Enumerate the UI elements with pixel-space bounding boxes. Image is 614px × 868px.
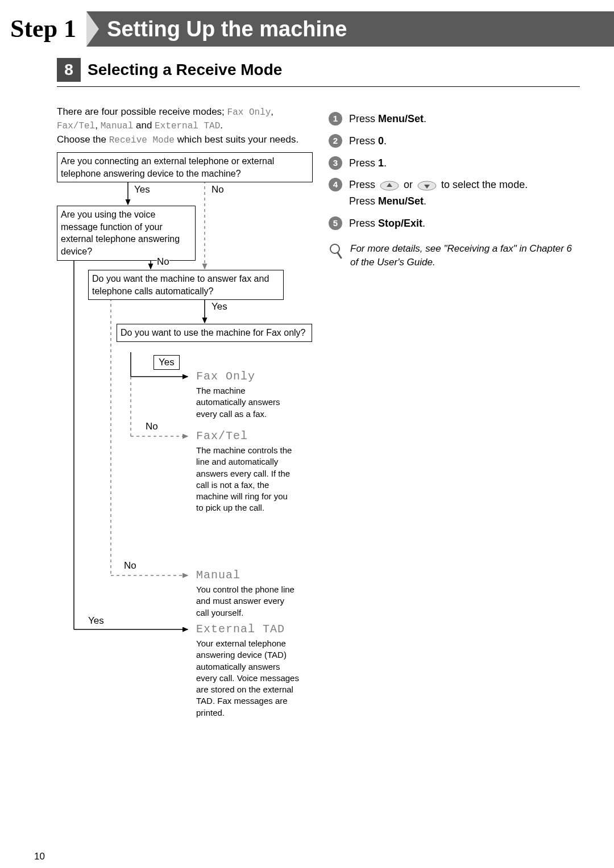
flow-q1: Are you connecting an external telephone… — [57, 152, 313, 182]
step-bullet-3: 3 — [329, 156, 342, 170]
svg-point-14 — [330, 244, 339, 253]
page-title: Setting Up the machine — [86, 11, 614, 47]
flow-q2: Are you using the voice message function… — [57, 206, 196, 260]
steps-column: 1 Press Menu/Set. 2 Press 0. 3 Press 1. — [329, 105, 580, 720]
intro-text: There are four possible receive modes; F… — [57, 105, 313, 147]
mode-title-manual: Manual — [196, 569, 240, 582]
flowchart-column: There are four possible receive modes; F… — [57, 105, 313, 720]
step-5: 5 Press Stop/Exit. — [329, 215, 580, 232]
note-text: For more details, see "Receiving a fax" … — [350, 242, 580, 270]
step-bullet-5: 5 — [329, 216, 342, 230]
mode-title-fax-tel: Fax/Tel — [196, 429, 248, 443]
mode-title-external-tad: External TAD — [196, 623, 285, 636]
section-rule — [57, 86, 580, 87]
key-1: 1 — [378, 157, 384, 169]
key-menu-set: Menu/Set — [378, 113, 424, 124]
step-2: 2 Press 0. — [329, 133, 580, 149]
mode-fax-only: Fax Only — [227, 107, 271, 118]
key-stop-exit: Stop/Exit — [378, 218, 422, 229]
receive-mode-text: Receive Mode — [109, 135, 175, 145]
flow-q1-yes: Yes — [134, 184, 150, 195]
section-title: Selecting a Receive Mode — [88, 61, 282, 79]
key-menu-set-2: Menu/Set — [378, 195, 424, 207]
flow-q3-no: No — [124, 560, 136, 571]
mode-external-tad: External TAD — [155, 121, 220, 131]
note: For more details, see "Receiving a fax" … — [329, 242, 580, 270]
mode-desc-manual: You control the phone line and must answ… — [196, 584, 296, 619]
flow-q4-no: No — [146, 421, 158, 432]
mode-title-fax-only: Fax Only — [196, 370, 255, 383]
flow-q2-no: No — [157, 256, 169, 268]
section-number: 8 — [57, 58, 81, 82]
flowchart: Are you connecting an external telephone… — [57, 152, 313, 720]
arrow-up-icon — [380, 181, 399, 191]
mode-manual: Manual — [101, 121, 134, 131]
flow-q1-no: No — [211, 184, 224, 195]
chevron-icon — [86, 11, 99, 47]
page: Step 1 Setting Up the machine 8 Selectin… — [0, 11, 614, 868]
page-header: Step 1 Setting Up the machine — [0, 11, 614, 47]
content: There are four possible receive modes; F… — [0, 94, 614, 720]
flow-q4-yes: Yes — [154, 355, 180, 370]
key-0: 0 — [378, 135, 384, 147]
step-3: 3 Press 1. — [329, 155, 580, 172]
page-number: 10 — [34, 851, 45, 862]
step-label: Step 1 — [0, 11, 86, 47]
step-bullet-1: 1 — [329, 112, 342, 126]
mode-desc-fax-tel: The machine controls the line and automa… — [196, 445, 296, 514]
flow-q3-yes: Yes — [211, 301, 227, 312]
mode-desc-fax-only: The machine automatically answers every … — [196, 385, 296, 420]
mode-fax-tel: Fax/Tel — [57, 121, 95, 131]
step-4: 4 Press or to select the mode. Press Men… — [329, 177, 580, 210]
step-bullet-4: 4 — [329, 178, 342, 191]
flow-q4: Do you want to use the machine for Fax o… — [117, 324, 312, 342]
intro-line1: There are four possible receive modes; — [57, 106, 227, 117]
note-icon — [329, 243, 342, 257]
steps-list: 1 Press Menu/Set. 2 Press 0. 3 Press 1. — [329, 111, 580, 270]
flow-q2-yes: Yes — [88, 615, 104, 627]
arrow-down-icon — [417, 181, 437, 191]
flow-q3: Do you want the machine to answer fax an… — [88, 270, 284, 300]
mode-desc-external-tad: Your external telephone answering device… — [196, 638, 301, 719]
step-bullet-2: 2 — [329, 134, 342, 148]
step-1: 1 Press Menu/Set. — [329, 111, 580, 127]
section-heading: 8 Selecting a Receive Mode — [57, 58, 580, 82]
svg-line-15 — [338, 253, 341, 258]
